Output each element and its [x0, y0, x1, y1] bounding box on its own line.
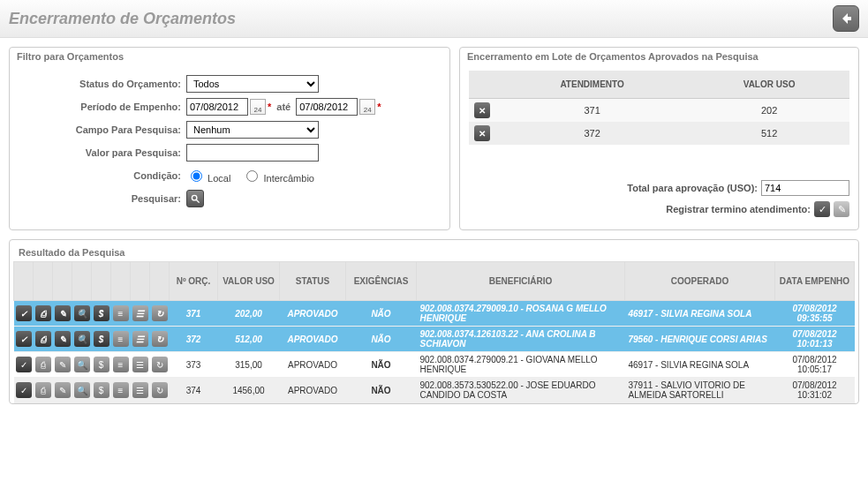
cell-atendimento: 372 [495, 122, 689, 145]
cell-beneficiario: 902.008.0374.279009.10 - ROSANA G MELLO … [417, 301, 625, 327]
cell-exigencias: NÃO [346, 327, 417, 352]
registrar-label: Registrar termino atendimento: [666, 204, 811, 214]
required-mark: * [268, 101, 271, 112]
cell-valor: 202 [689, 99, 849, 123]
dollar-icon-button[interactable]: $ [94, 357, 109, 372]
date-from-input[interactable] [186, 98, 248, 116]
remove-row-button[interactable]: ✕ [474, 125, 490, 141]
cell-status: APROVADO [280, 352, 346, 378]
total-label: Total para aprovação (USO): [627, 183, 758, 193]
print-icon-button[interactable]: ⎙ [35, 331, 51, 347]
total-input[interactable] [761, 180, 849, 196]
label-condicao: Condição: [19, 170, 186, 181]
dollar-icon-button[interactable]: $ [94, 305, 109, 321]
search-icon-button[interactable]: 🔍 [74, 331, 90, 347]
label-status: Status do Orçamento: [19, 79, 186, 89]
edit-icon-button[interactable]: ✎ [55, 305, 71, 321]
list-icon-button[interactable]: ≡ [113, 305, 129, 321]
erase-button[interactable]: ✎ [834, 201, 849, 217]
search-button[interactable] [186, 190, 204, 207]
col-atendimento: ATENDIMENTO [495, 71, 689, 99]
search-icon-button[interactable]: 🔍 [74, 382, 90, 398]
refresh-icon-button[interactable]: ↻ [152, 357, 168, 372]
cell-status: APROVADO [280, 378, 346, 403]
campo-select[interactable]: Nenhum [186, 121, 319, 139]
cell-beneficiario: 902.008.0374.126103.22 - ANA CROLINA B S… [417, 327, 625, 352]
svg-point-0 [192, 195, 197, 200]
col-n-orc: Nº ORÇ. [170, 262, 218, 301]
page-header: Encerramento de Orçamentos [0, 0, 868, 38]
approval-table: ATENDIMENTO VALOR USO ✕ 371 202✕ 372 512 [469, 71, 849, 145]
radio-local[interactable] [191, 170, 202, 182]
radio-intercambio-label[interactable]: Intercâmbio [242, 173, 314, 184]
cell-valor-uso: 315,00 [218, 352, 280, 378]
check-icon-button[interactable]: ✓ [16, 331, 32, 347]
refresh-icon-button[interactable]: ↻ [152, 305, 168, 321]
remove-row-button[interactable]: ✕ [474, 102, 490, 118]
calendar-icon[interactable] [359, 99, 375, 115]
results-table: Nº ORÇ. VALOR USO STATUS EXIGÊNCIAS BENE… [13, 261, 855, 403]
cell-n-orc: 373 [170, 352, 218, 378]
calendar-icon[interactable] [250, 99, 266, 115]
cell-beneficiario: 902.008.0374.279009.21 - GIOVANA MELLO H… [417, 352, 625, 378]
group-icon-button[interactable]: ☰ [132, 357, 148, 372]
group-icon-button[interactable]: ☰ [132, 331, 148, 347]
results-title: Resultado da Pesquisa [13, 244, 855, 261]
group-icon-button[interactable]: ☰ [132, 305, 148, 321]
confirm-button[interactable]: ✓ [814, 201, 830, 217]
list-icon-button[interactable]: ≡ [113, 331, 129, 347]
cell-data-empenho: 07/08/201210:31:02 [775, 378, 855, 403]
label-valor: Valor para Pesquisa: [19, 147, 186, 158]
date-to-input[interactable] [296, 98, 358, 116]
cell-data-empenho: 07/08/201209:35:55 [775, 301, 855, 327]
print-icon-button[interactable]: ⎙ [35, 357, 51, 372]
col-data-empenho: DATA EMPENHO [775, 262, 855, 301]
cell-n-orc: 371 [170, 301, 218, 327]
cell-beneficiario: 902.008.3573.530522.00 - JOSE EDUARDO CA… [417, 378, 625, 403]
required-mark: * [377, 101, 381, 112]
cell-cooperado: 79560 - HENRIQUE CORSI ARIAS [625, 327, 775, 352]
cell-cooperado: 46917 - SILVIA REGINA SOLA [625, 352, 775, 378]
list-icon-button[interactable]: ≡ [113, 382, 129, 398]
cell-status: APROVADO [280, 327, 346, 352]
valor-input[interactable] [186, 144, 319, 162]
radio-intercambio[interactable] [246, 170, 258, 182]
approval-panel: Encerramento em Lote de Orçamentos Aprov… [459, 47, 859, 230]
edit-icon-button[interactable]: ✎ [55, 357, 71, 372]
dollar-icon-button[interactable]: $ [94, 382, 109, 398]
refresh-icon-button[interactable]: ↻ [152, 382, 168, 398]
cell-data-empenho: 07/08/201210:01:13 [775, 327, 855, 352]
edit-icon-button[interactable]: ✎ [55, 382, 71, 398]
search-icon-button[interactable]: 🔍 [74, 305, 90, 321]
cell-valor-uso: 512,00 [218, 327, 280, 352]
label-periodo: Período de Empenho: [19, 101, 186, 112]
check-icon-button[interactable]: ✓ [16, 305, 32, 321]
list-icon-button[interactable]: ≡ [113, 357, 129, 372]
print-icon-button[interactable]: ⎙ [35, 382, 51, 398]
page-title: Encerramento de Orçamentos [9, 10, 236, 28]
radio-local-label[interactable]: Local [186, 173, 230, 184]
print-icon-button[interactable]: ⎙ [35, 305, 51, 321]
refresh-icon-button[interactable]: ↻ [152, 331, 168, 347]
col-valor-uso: VALOR USO [689, 71, 849, 99]
check-icon-button[interactable]: ✓ [16, 357, 32, 372]
search-icon-button[interactable]: 🔍 [74, 357, 90, 372]
filter-panel: Filtro para Orçamentos Status do Orçamen… [9, 47, 450, 230]
status-select[interactable]: Todos [186, 75, 319, 93]
dollar-icon-button[interactable]: $ [94, 331, 109, 347]
search-icon [191, 194, 200, 204]
group-icon-button[interactable]: ☰ [132, 382, 148, 398]
cell-exigencias: NÃO [346, 352, 417, 378]
results-panel: Resultado da Pesquisa Nº ORÇ. VALOR USO … [9, 239, 859, 404]
svg-line-1 [196, 199, 199, 202]
back-button[interactable] [833, 5, 859, 32]
arrow-left-icon [839, 11, 853, 26]
edit-icon-button[interactable]: ✎ [55, 331, 71, 347]
cell-status: APROVADO [280, 301, 346, 327]
check-icon-button[interactable]: ✓ [16, 382, 32, 398]
cell-valor: 512 [689, 122, 849, 145]
label-pesquisar: Pesquisar: [19, 193, 186, 204]
cell-exigencias: NÃO [346, 378, 417, 403]
filter-panel-title: Filtro para Orçamentos [10, 48, 449, 65]
col-status: STATUS [280, 262, 346, 301]
